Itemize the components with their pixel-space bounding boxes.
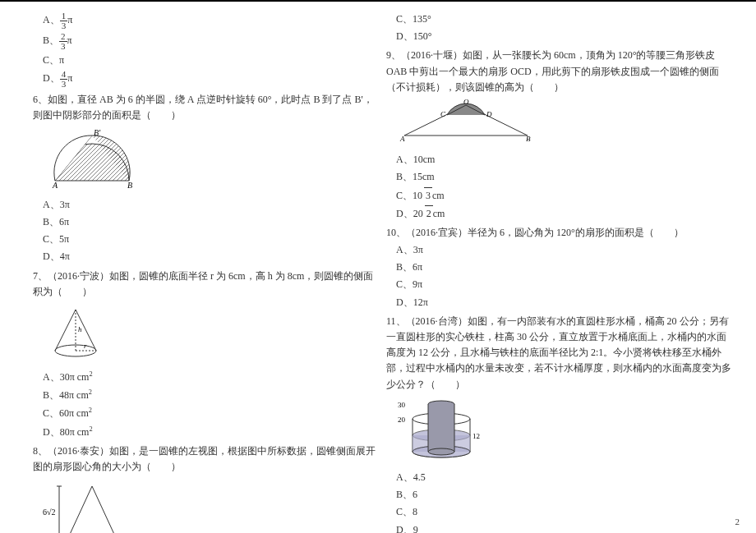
q11-option-b: B、6 [396,487,731,503]
page: A、13π B、23π C、π D、43π 6、如图，直径 AB 为 6 的半圆… [0,0,756,533]
q11-stem: 11、（2016·台湾）如图，有一内部装有水的直圆柱形水桶，桶高 20 公分；另… [386,314,731,393]
q8-option-c: C、135° [396,11,731,27]
svg-text:C: C [440,110,446,118]
q8-option-d: D、150° [396,29,731,44]
q6-option-b: B、6π [43,214,378,230]
svg-text:12: 12 [472,432,480,440]
q10-option-c: C、9π [396,277,731,292]
svg-text:O: O [463,99,469,106]
right-column: C、135° D、150° 9、（2016·十堰）如图，从一张腰长为 60cm，… [386,10,731,533]
q9-option-c: C、103cm [396,187,731,204]
q7-option-c: C、60π cm2 [43,405,378,421]
q5-option-a: A、13π [43,11,378,30]
svg-text:B': B' [94,128,101,137]
q11-figure: 30 20 12 [396,396,731,466]
svg-text:h: h [78,325,82,333]
q11-option-c: C、8 [396,504,731,520]
svg-text:6√2: 6√2 [43,508,56,517]
svg-text:B: B [526,135,531,143]
q6-option-a: A、3π [43,197,378,213]
q9-option-b: B、15cm [396,169,731,185]
q9-stem: 9、（2016·十堰）如图，从一张腰长为 60cm，顶角为 120°的等腰三角形… [386,48,731,95]
q9-option-d: D、202cm [396,205,731,222]
q6-option-d: D、4π [43,249,378,264]
q6-figure: A B B' [43,127,378,194]
q11-option-a: A、4.5 [396,470,731,485]
q10-stem: 10、（2016·宜宾）半径为 6，圆心角为 120°的扇形的面积是（ ） [386,225,731,241]
q9-figure: O A B C D [396,99,731,149]
q11-option-d: D、9 [396,522,731,534]
svg-text:D: D [486,110,492,118]
svg-text:A: A [399,135,405,143]
svg-point-29 [428,448,454,455]
page-number: 2 [735,515,740,530]
svg-text:30: 30 [398,401,406,409]
svg-text:A: A [52,181,58,189]
q10-option-b: B、6π [396,260,731,275]
q9-option-a: A、10cm [396,152,731,168]
q6-option-c: C、5π [43,232,378,247]
q8-figure: 6√2 6 [43,478,378,533]
q6-stem: 6、如图，直径 AB 为 6 的半圆，绕 A 点逆时针旋转 60°，此时点 B … [33,92,378,123]
q7-option-d: D、80π cm2 [43,424,378,440]
q7-option-a: A、30π cm2 [43,369,378,385]
q7-option-b: B、48π cm2 [43,387,378,403]
svg-rect-26 [428,404,454,452]
q5-option-d: D、43π [43,70,378,89]
q7-stem: 7、（2016·宁波）如图，圆锥的底面半径 r 为 6cm，高 h 为 8cm，… [33,269,378,300]
left-column: A、13π B、23π C、π D、43π 6、如图，直径 AB 为 6 的半圆… [33,10,378,533]
q10-option-a: A、3π [396,242,731,258]
q8-stem: 8、（2016·泰安）如图，是一圆锥的左视图，根据图中所标数据，圆锥侧面展开图的… [33,443,378,475]
q5-option-c: C、π [43,53,378,68]
q10-option-d: D、12π [396,295,731,310]
svg-text:B: B [127,181,132,189]
q7-figure: h r [43,303,378,365]
q5-option-b: B、23π [43,32,378,51]
svg-text:20: 20 [398,416,406,424]
svg-text:r: r [84,342,87,350]
